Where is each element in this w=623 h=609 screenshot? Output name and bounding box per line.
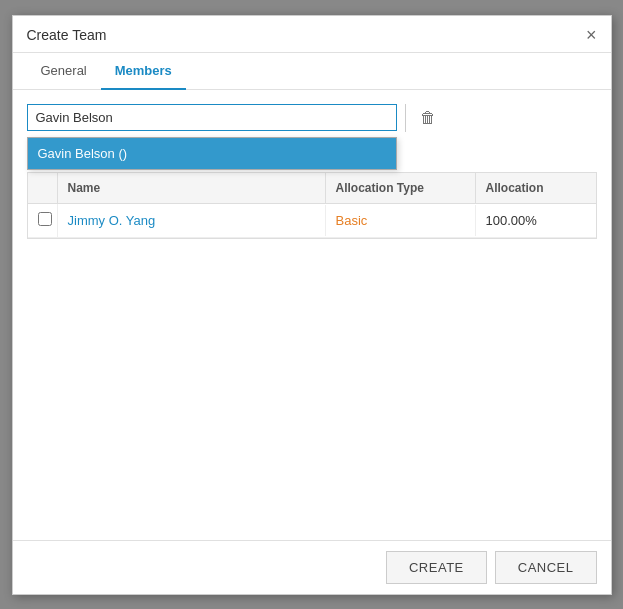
- members-table: Name Allocation Type Allocation Jimmy O.…: [27, 172, 597, 239]
- col-allocation-type: Allocation Type: [326, 173, 476, 203]
- cancel-button[interactable]: CANCEL: [495, 551, 597, 584]
- row-name: Jimmy O. Yang: [58, 205, 326, 236]
- col-name: Name: [58, 173, 326, 203]
- close-button[interactable]: ×: [586, 26, 597, 44]
- dropdown-item[interactable]: Gavin Belson (): [28, 138, 396, 169]
- col-allocation: Allocation: [476, 173, 596, 203]
- row-checkbox-cell[interactable]: [28, 204, 58, 237]
- col-checkbox: [28, 173, 58, 203]
- dialog-body: 🗑 Gavin Belson () Name Allocation Type A…: [13, 90, 611, 540]
- delete-icon: 🗑: [420, 109, 436, 126]
- tab-general[interactable]: General: [27, 53, 101, 90]
- table-row: Jimmy O. Yang Basic 100.00%: [28, 204, 596, 238]
- dialog-title-bar: Create Team ×: [13, 16, 611, 53]
- row-allocation: 100.00%: [476, 205, 596, 236]
- dialog-footer: CREATE CANCEL: [13, 540, 611, 594]
- dialog-title: Create Team: [27, 27, 107, 43]
- tab-members[interactable]: Members: [101, 53, 186, 90]
- create-team-dialog: Create Team × General Members 🗑 Gavin Be…: [12, 15, 612, 595]
- tab-bar: General Members: [13, 53, 611, 90]
- delete-button[interactable]: 🗑: [414, 107, 442, 129]
- row-checkbox[interactable]: [38, 212, 52, 226]
- search-input[interactable]: [27, 104, 397, 131]
- divider: [405, 104, 406, 132]
- row-allocation-type: Basic: [326, 205, 476, 236]
- table-header: Name Allocation Type Allocation: [28, 173, 596, 204]
- search-dropdown: Gavin Belson (): [27, 137, 397, 170]
- search-row: 🗑 Gavin Belson (): [27, 104, 597, 132]
- create-button[interactable]: CREATE: [386, 551, 487, 584]
